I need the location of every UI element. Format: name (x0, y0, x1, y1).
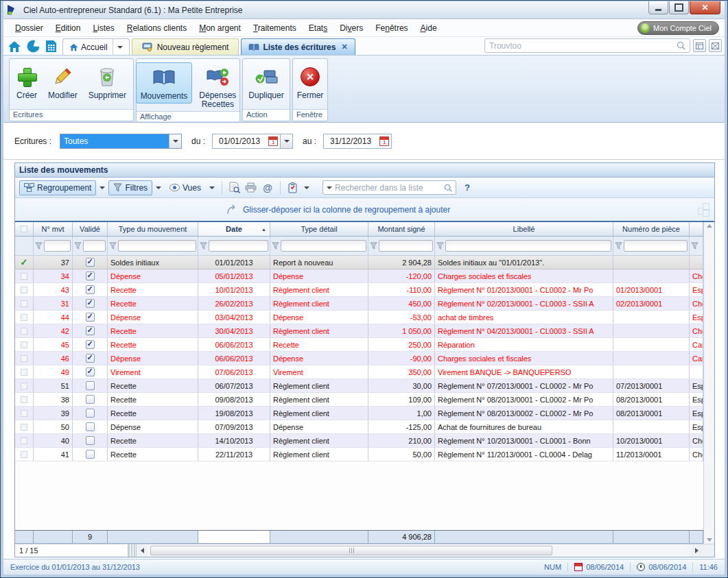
row-select-box[interactable] (21, 341, 27, 348)
row-select-box[interactable] (21, 273, 27, 280)
table-row[interactable]: 44Dépense03/04/2013Dépense-53,00achat de… (15, 311, 703, 324)
menu-item[interactable]: Edition (49, 21, 87, 36)
filter-funnel-icon[interactable] (272, 242, 279, 250)
row-select-box[interactable] (21, 424, 27, 431)
valide-checkbox[interactable] (86, 272, 95, 280)
scroll-down-icon[interactable] (707, 538, 712, 542)
table-row[interactable]: 39Recette19/08/2013Règlement client1,00R… (15, 407, 703, 420)
filtres-button[interactable]: Filtres (108, 180, 152, 195)
spreadsheet-icon[interactable] (45, 40, 57, 53)
clipboard-icon[interactable] (285, 180, 301, 195)
filter-funnel-icon[interactable] (691, 242, 698, 250)
column-header-type[interactable]: Type du mouvement (108, 222, 198, 236)
menu-item[interactable]: Dossier (9, 21, 49, 36)
ecritures-select[interactable]: Toutes (60, 134, 182, 149)
filter-input-valide[interactable] (83, 240, 106, 252)
select-all-checkbox[interactable] (21, 226, 27, 232)
mon-compte-ciel-button[interactable]: Mon Compte Ciel (637, 21, 719, 35)
table-row[interactable]: 43Recette10/01/2013Règlement client-110,… (15, 283, 703, 297)
date-from-dropdown[interactable] (281, 134, 293, 149)
scroll-right-icon[interactable] (691, 544, 702, 557)
tab-liste-ecritures[interactable]: Liste des écritures ✕ (241, 38, 355, 55)
trouvtoo-searchbox[interactable] (484, 38, 690, 53)
row-select-box[interactable] (21, 328, 27, 335)
filter-input-date[interactable] (209, 240, 268, 252)
table-row[interactable]: 50Dépense07/09/2013Dépense-125,00Achat d… (15, 420, 703, 434)
accueil-dropdown[interactable] (113, 39, 123, 55)
table-row[interactable]: 45Recette06/06/2013Recette250,00Réparati… (15, 338, 703, 352)
regroupement-dropdown[interactable] (97, 180, 107, 195)
row-select-box[interactable] (21, 437, 27, 444)
filtres-dropdown[interactable] (154, 180, 163, 195)
close-panels-button[interactable] (709, 39, 722, 52)
filter-funnel-icon[interactable] (200, 242, 207, 250)
date-to-input[interactable] (324, 136, 377, 146)
table-row[interactable]: 34Dépense05/01/2013Dépense-120,00Charges… (15, 269, 703, 283)
calendar-icon[interactable] (268, 136, 278, 146)
help-button[interactable]: ? (465, 182, 470, 193)
filter-funnel-icon[interactable] (74, 242, 82, 250)
row-select-box[interactable] (21, 451, 27, 458)
row-select-box[interactable] (21, 287, 27, 293)
close-view-button[interactable]: ✕ Fermer (293, 62, 328, 102)
valide-checkbox[interactable] (86, 395, 95, 404)
filter-funnel-icon[interactable] (615, 242, 622, 250)
table-row[interactable]: 51Recette06/07/2013Règlement client30,00… (15, 379, 703, 393)
scroll-up-icon[interactable] (707, 224, 712, 228)
search-dropdown-icon[interactable] (327, 186, 332, 189)
minimize-button[interactable] (648, 1, 668, 14)
valide-checkbox[interactable] (86, 326, 95, 335)
menu-item[interactable]: Relations clients (121, 21, 193, 36)
filter-funnel-icon[interactable] (370, 242, 377, 250)
list-search-input[interactable] (335, 183, 441, 193)
valide-checkbox[interactable] (86, 422, 95, 431)
column-header-libelle[interactable]: Libellé (435, 222, 613, 236)
tab-accueil[interactable]: Accueil (62, 38, 130, 55)
date-from-input[interactable] (213, 136, 266, 146)
table-row[interactable]: 42Recette30/04/2013Règlement client1 050… (15, 324, 703, 338)
pie-chart-icon[interactable] (27, 40, 40, 53)
vues-dropdown[interactable] (207, 180, 217, 195)
filter-funnel-icon[interactable] (109, 242, 117, 250)
filter-input-montant[interactable] (379, 240, 433, 252)
scroll-left-icon[interactable] (137, 544, 148, 557)
table-row[interactable]: 46Dépense06/06/2013Dépense-90,00Charges … (15, 352, 703, 365)
mouvements-button[interactable]: Mouvements (136, 62, 193, 104)
clipboard-dropdown[interactable] (302, 180, 312, 195)
menu-item[interactable]: Listes (86, 21, 120, 36)
duplicate-button[interactable]: Dupliquer (244, 62, 287, 102)
menu-item[interactable]: Etats (303, 21, 333, 36)
valide-checkbox[interactable] (86, 313, 95, 322)
filter-input-piece[interactable] (624, 240, 688, 252)
valide-checkbox[interactable] (86, 368, 95, 376)
delete-button[interactable]: Supprimer (84, 62, 130, 102)
valide-checkbox[interactable] (86, 436, 95, 445)
date-to-field[interactable] (323, 134, 392, 149)
filter-input-detail[interactable] (281, 240, 366, 252)
valide-checkbox[interactable] (86, 299, 95, 308)
group-drop-zone[interactable]: Glisser-déposer ici la colonne de regrou… (15, 198, 714, 222)
vues-button[interactable]: Vues (165, 180, 206, 195)
column-header-piece[interactable]: Numéro de pièce (613, 222, 690, 236)
filter-funnel-icon[interactable] (35, 242, 43, 250)
splitter-handle[interactable] (128, 544, 137, 557)
column-header-mvt[interactable]: N° mvt (34, 222, 73, 236)
valide-checkbox[interactable] (86, 340, 95, 349)
table-row[interactable]: ✓37Soldes initiaux01/01/2013Report à nou… (15, 256, 703, 269)
depenses-recettes-button[interactable]: Dépenses Recettes (195, 62, 240, 111)
panels-layout-button[interactable] (693, 39, 706, 52)
valide-checkbox[interactable] (86, 258, 95, 267)
row-select-box[interactable] (21, 369, 27, 376)
menu-item[interactable]: Divers (333, 21, 369, 36)
date-from-field[interactable] (212, 134, 281, 149)
menu-item[interactable]: Mon argent (193, 21, 247, 36)
tab-nouveau-reglement[interactable]: Nouveau règlement (132, 38, 239, 55)
menu-item[interactable]: Fenêtres (369, 21, 414, 36)
valide-checkbox[interactable] (86, 354, 95, 363)
row-select-box[interactable] (21, 410, 27, 417)
home-icon[interactable] (8, 40, 21, 53)
column-header-detail[interactable]: Type détail (270, 222, 368, 236)
list-search-box[interactable] (322, 180, 456, 195)
row-select-box[interactable] (21, 355, 27, 362)
column-header-montant[interactable]: Montant signé (368, 222, 435, 236)
